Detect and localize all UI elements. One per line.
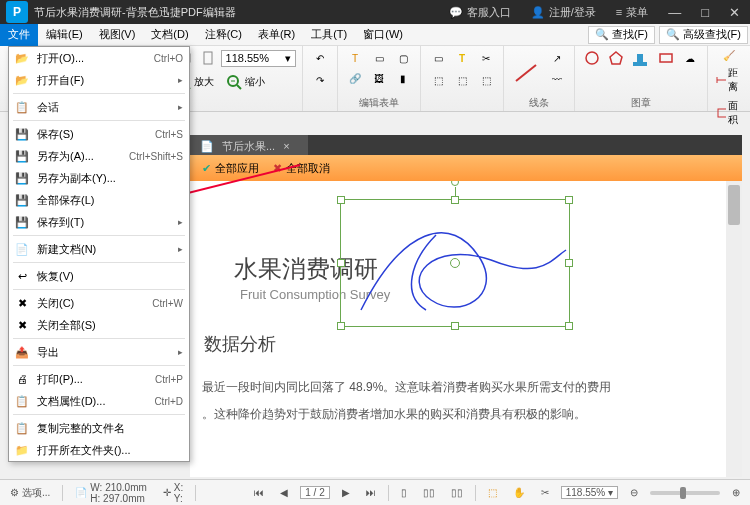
document-tab[interactable]: 📄 节后水果... × (190, 135, 308, 155)
resize-handle-bl[interactable] (337, 322, 345, 330)
view-continuous-button[interactable]: ▯▯ (419, 487, 439, 498)
cancel-all-button[interactable]: ✖全部取消 (273, 161, 330, 176)
rotate-right-button[interactable]: ↷ (309, 70, 331, 90)
stamp-button[interactable] (629, 48, 651, 68)
menu-window[interactable]: 窗口(W) (355, 24, 411, 46)
zoom-display[interactable]: 118.55% ▾ (561, 486, 618, 499)
document-page[interactable]: XX水果消费调研 Fruit Consumption Survey 数据分析 最… (190, 181, 726, 477)
link-tool-button[interactable]: 🔗 (344, 68, 366, 88)
document-tab-label: 节后水果... (222, 139, 275, 154)
page-size-display: 📄 W: 210.0mmH: 297.0mm (71, 482, 151, 504)
resize-handle-tm[interactable] (451, 196, 459, 204)
rotate-handle[interactable] (451, 181, 459, 186)
polyline-tool-button[interactable]: 〰 (546, 69, 568, 89)
zoom-in-status-button[interactable]: ⊕ (728, 487, 744, 498)
menu-edit[interactable]: 编辑(E) (38, 24, 91, 46)
distance-button[interactable]: 距离 (714, 64, 744, 96)
find-button[interactable]: 🔍查找(F) (588, 26, 655, 44)
first-page-button[interactable]: ⏮ (250, 487, 268, 498)
barcode-tool-button[interactable]: ▮ (392, 68, 414, 88)
scrollbar-thumb[interactable] (728, 185, 740, 225)
eraser-button[interactable]: 🧹 (714, 48, 744, 63)
file-menu-item-folder[interactable]: 📁打开所在文件夹()... (9, 439, 189, 461)
select-mode-button[interactable]: ⬚ (484, 487, 501, 498)
minimize-button[interactable]: — (658, 0, 691, 24)
resize-handle-mr[interactable] (565, 259, 573, 267)
apply-all-button[interactable]: ✔全部应用 (202, 161, 259, 176)
menu-tools[interactable]: 工具(T) (303, 24, 355, 46)
file-menu-item-session[interactable]: 📋会话▸ (9, 96, 189, 118)
file-menu-item-saveas[interactable]: 💾另存为(A)...Ctrl+Shift+S (9, 145, 189, 167)
align-button[interactable]: ⬚ (427, 70, 449, 90)
file-menu-item-print[interactable]: 🖨打印(P)...Ctrl+P (9, 368, 189, 390)
hand-mode-button[interactable]: ✋ (509, 487, 529, 498)
file-menu-item-export[interactable]: 📤导出▸ (9, 341, 189, 363)
resize-handle-tr[interactable] (565, 196, 573, 204)
rotate-left-button[interactable]: ↶ (309, 48, 331, 68)
customer-service-button[interactable]: 💬 客服入口 (439, 0, 521, 24)
resize-handle-ml[interactable] (337, 259, 345, 267)
login-button[interactable]: 👤 注册/登录 (521, 0, 606, 24)
text-select-button[interactable]: T (451, 48, 473, 68)
selected-signature-object[interactable] (340, 199, 570, 327)
file-menu-item-open[interactable]: 📂打开(O)...Ctrl+O (9, 47, 189, 69)
file-menu-item-closeall[interactable]: ✖关闭全部(S) (9, 314, 189, 336)
vertical-scrollbar[interactable] (726, 181, 742, 477)
menu-view[interactable]: 视图(V) (91, 24, 144, 46)
file-menu-item-close[interactable]: ✖关闭(C)Ctrl+W (9, 292, 189, 314)
prev-page-button[interactable]: ◀ (276, 487, 292, 498)
rect-shape-button[interactable] (655, 48, 677, 68)
circle-shape-button[interactable] (581, 48, 603, 68)
resize-handle-tl[interactable] (337, 196, 345, 204)
cloud-shape-button[interactable]: ☁ (679, 48, 701, 68)
page-number-input[interactable]: 1 / 2 (300, 486, 329, 499)
menu-form[interactable]: 表单(R) (250, 24, 303, 46)
options-label: 选项... (22, 486, 50, 500)
view-facing-button[interactable]: ▯▯ (447, 487, 467, 498)
zoom-value-field[interactable]: 118.55%▾ (221, 50, 296, 67)
highlight-tool-button[interactable]: ▭ (368, 48, 390, 68)
close-window-button[interactable]: ✕ (719, 0, 750, 24)
zoom-slider[interactable] (650, 491, 720, 495)
view-single-button[interactable]: ▯ (397, 487, 411, 498)
next-page-button[interactable]: ▶ (338, 487, 354, 498)
snapshot-button[interactable]: ✂ (537, 487, 553, 498)
resize-handle-br[interactable] (565, 322, 573, 330)
area-button[interactable]: 面积 (714, 97, 744, 129)
zoom-slider-handle[interactable] (680, 487, 686, 499)
arrow-tool-button[interactable]: ↗ (546, 48, 568, 68)
box-tool-button[interactable]: ▢ (392, 48, 414, 68)
options-button[interactable]: ⚙ 选项... (6, 486, 54, 500)
tab-close-icon[interactable]: × (283, 140, 289, 152)
main-menu-button[interactable]: ≡ 菜单 (606, 0, 658, 24)
file-menu-item-revert[interactable]: ↩恢复(V) (9, 265, 189, 287)
last-page-button[interactable]: ⏭ (362, 487, 380, 498)
menu-document[interactable]: 文档(D) (143, 24, 196, 46)
fit-page-button[interactable] (197, 48, 219, 68)
file-menu-item-saveall[interactable]: 💾全部保存(L) (9, 189, 189, 211)
file-menu-item-save[interactable]: 💾保存(S)Ctrl+S (9, 123, 189, 145)
more-button[interactable]: ⬚ (475, 70, 497, 90)
file-menu-item-new[interactable]: 📄新建文档(N)▸ (9, 238, 189, 260)
file-menu-item-savecopy[interactable]: 💾另存为副本(Y)... (9, 167, 189, 189)
del-button[interactable]: ⬚ (451, 70, 473, 90)
menu-comment[interactable]: 注释(C) (197, 24, 250, 46)
center-handle[interactable] (450, 258, 460, 268)
pentagon-shape-button[interactable] (605, 48, 627, 68)
select-button[interactable]: ▭ (427, 48, 449, 68)
text-tool-button[interactable]: T (344, 48, 366, 68)
maximize-button[interactable]: □ (691, 0, 719, 24)
advanced-find-button[interactable]: 🔍高级查找(F) (659, 26, 748, 44)
zoom-out-status-button[interactable]: ⊖ (626, 487, 642, 498)
file-menu-item-openfrom[interactable]: 📂打开自(F)▸ (9, 69, 189, 91)
menu-file[interactable]: 文件 (0, 24, 38, 46)
file-menu-item-saveto[interactable]: 💾保存到(T)▸ (9, 211, 189, 233)
file-menu-item-props[interactable]: 📋文档属性(D)...Ctrl+D (9, 390, 189, 412)
line-tool-button[interactable] (510, 48, 542, 97)
resize-handle-bm[interactable] (451, 322, 459, 330)
image-tool-button[interactable]: 🖼 (368, 68, 390, 88)
file-menu-item-copypath[interactable]: 📋复制完整的文件名 (9, 417, 189, 439)
crop-button[interactable]: ✂ (475, 48, 497, 68)
zoom-out-button[interactable]: 缩小 (224, 72, 267, 92)
advanced-find-label: 高级查找(F) (683, 27, 741, 42)
